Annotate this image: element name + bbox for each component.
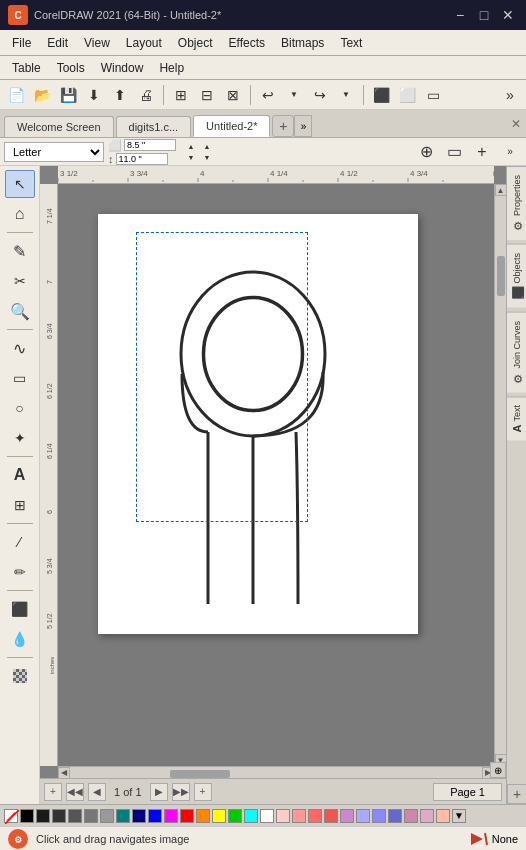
- undo-drop[interactable]: ▼: [282, 83, 306, 107]
- next-page-button[interactable]: ▶: [150, 783, 168, 801]
- undo-button[interactable]: ↩: [256, 83, 280, 107]
- add-page-button[interactable]: +: [44, 783, 62, 801]
- view-btn2[interactable]: ▭: [421, 83, 445, 107]
- properties-tab[interactable]: ⚙ Properties: [507, 166, 526, 240]
- save-button[interactable]: 💾: [56, 83, 80, 107]
- page-tab[interactable]: Page 1: [433, 783, 502, 801]
- color-coral[interactable]: [324, 809, 338, 823]
- color-white[interactable]: [260, 809, 274, 823]
- menu-bitmaps[interactable]: Bitmaps: [273, 33, 332, 53]
- eyedrop-tool[interactable]: 💧: [5, 625, 35, 653]
- menu-object[interactable]: Object: [170, 33, 221, 53]
- open-button[interactable]: 📂: [30, 83, 54, 107]
- color-dark1[interactable]: [36, 809, 50, 823]
- clipboard-btn1[interactable]: ⊞: [169, 83, 193, 107]
- menu-window[interactable]: Window: [93, 58, 152, 78]
- home-tool[interactable]: ⌂: [5, 200, 35, 228]
- table-tool[interactable]: ⊞: [5, 491, 35, 519]
- close-button[interactable]: ✕: [498, 6, 518, 24]
- zoom-corner-button[interactable]: ⊕: [490, 762, 506, 778]
- hscroll-thumb[interactable]: [170, 770, 230, 778]
- menu-help[interactable]: Help: [151, 58, 192, 78]
- menu-layout[interactable]: Layout: [118, 33, 170, 53]
- color-lavender[interactable]: [356, 809, 370, 823]
- color-gray1[interactable]: [84, 809, 98, 823]
- menu-file[interactable]: File: [4, 33, 39, 53]
- hscroll-left[interactable]: ◀: [58, 767, 70, 779]
- publish-button[interactable]: ⬛: [369, 83, 393, 107]
- color-yellow[interactable]: [212, 809, 226, 823]
- color-teal[interactable]: [116, 809, 130, 823]
- menu-edit[interactable]: Edit: [39, 33, 76, 53]
- vscroll-track[interactable]: [497, 196, 505, 754]
- page-border-button[interactable]: ▭: [442, 140, 466, 164]
- expand-button[interactable]: »: [498, 83, 522, 107]
- tab-digits[interactable]: digits1.c...: [116, 116, 192, 137]
- new-button[interactable]: 📄: [4, 83, 28, 107]
- text-tool[interactable]: A: [5, 461, 35, 489]
- color-cyan[interactable]: [244, 809, 258, 823]
- page-height-input[interactable]: 11.0 ": [116, 153, 168, 165]
- prev-page-button[interactable]: ◀: [88, 783, 106, 801]
- text-tab[interactable]: A Text: [507, 396, 526, 440]
- plus-button[interactable]: +: [470, 140, 494, 164]
- tab-welcome[interactable]: Welcome Screen: [4, 116, 114, 137]
- checkerboard-tool[interactable]: [5, 662, 35, 690]
- add-panel-button[interactable]: +: [507, 784, 526, 804]
- connector-tool[interactable]: ✏: [5, 558, 35, 586]
- fill-tool[interactable]: ⬛: [5, 595, 35, 623]
- vertical-scrollbar[interactable]: ▲ ▼: [494, 184, 506, 766]
- page-width-input[interactable]: 8.5 ": [124, 139, 176, 151]
- ellipse-tool[interactable]: ○: [5, 394, 35, 422]
- view-btn1[interactable]: ⬜: [395, 83, 419, 107]
- snap-icon[interactable]: ⚙: [8, 829, 28, 849]
- rect-tool[interactable]: ▭: [5, 364, 35, 392]
- color-blue[interactable]: [148, 809, 162, 823]
- select-tool[interactable]: ↖: [5, 170, 35, 198]
- menu-effects[interactable]: Effects: [221, 33, 273, 53]
- color-navy[interactable]: [132, 809, 146, 823]
- color-red[interactable]: [180, 809, 194, 823]
- color-indigo[interactable]: [388, 809, 402, 823]
- color-purple1[interactable]: [340, 809, 354, 823]
- color-pink1[interactable]: [276, 809, 290, 823]
- fit-page-button[interactable]: ⊕: [414, 140, 438, 164]
- import-button[interactable]: ⬇: [82, 83, 106, 107]
- clipboard-btn2[interactable]: ⊟: [195, 83, 219, 107]
- color-orange[interactable]: [196, 809, 210, 823]
- close-tab-button[interactable]: ✕: [506, 114, 526, 134]
- measure-tool[interactable]: ⁄: [5, 528, 35, 556]
- polygon-tool[interactable]: ✦: [5, 424, 35, 452]
- color-rose[interactable]: [420, 809, 434, 823]
- objects-tab[interactable]: ⬛ Objects: [507, 244, 526, 308]
- tab-untitled[interactable]: Untitled-2*: [193, 115, 270, 137]
- more-colors-button[interactable]: ▼: [452, 809, 466, 823]
- vscroll-thumb[interactable]: [497, 256, 505, 296]
- crop-tool[interactable]: ✂: [5, 267, 35, 295]
- menu-text[interactable]: Text: [332, 33, 370, 53]
- zoom-tool[interactable]: 🔍: [5, 297, 35, 325]
- color-pink3[interactable]: [308, 809, 322, 823]
- last-page-button[interactable]: ▶▶: [172, 783, 190, 801]
- menu-tools[interactable]: Tools: [49, 58, 93, 78]
- minimize-button[interactable]: −: [450, 6, 470, 24]
- menu-table[interactable]: Table: [4, 58, 49, 78]
- horizontal-scrollbar[interactable]: ◀ ▶: [58, 766, 494, 778]
- color-black[interactable]: [20, 809, 34, 823]
- color-magenta[interactable]: [164, 809, 178, 823]
- first-page-button[interactable]: ◀◀: [66, 783, 84, 801]
- height-down[interactable]: ▼: [200, 152, 214, 162]
- width-down[interactable]: ▼: [184, 152, 198, 162]
- width-up[interactable]: ▲: [184, 141, 198, 151]
- color-gray2[interactable]: [100, 809, 114, 823]
- page-size-select[interactable]: Letter: [4, 142, 104, 162]
- color-dark3[interactable]: [68, 809, 82, 823]
- tab-overflow-button[interactable]: »: [294, 115, 312, 137]
- clipboard-btn3[interactable]: ⊠: [221, 83, 245, 107]
- menu-view[interactable]: View: [76, 33, 118, 53]
- add-page-end-button[interactable]: +: [194, 783, 212, 801]
- shape-tool[interactable]: ✎: [5, 237, 35, 265]
- color-blue2[interactable]: [372, 809, 386, 823]
- color-dark2[interactable]: [52, 809, 66, 823]
- no-fill-swatch[interactable]: [4, 809, 18, 823]
